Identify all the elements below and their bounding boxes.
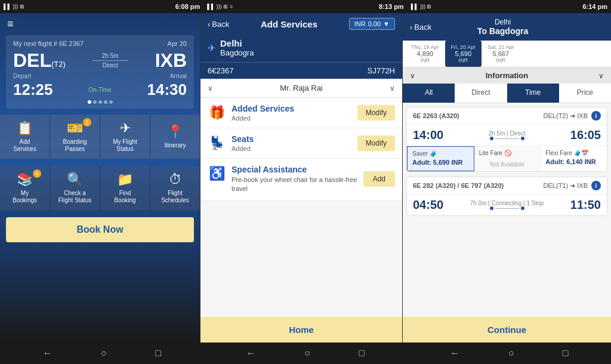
status-bar-2: ▌▌ ))) ⊞ ⌗ 8:13 pm bbox=[203, 0, 407, 13]
fare-lite-type: Lite Fare 🚫 bbox=[479, 150, 536, 156]
screen-flight-results: ‹ Back Delhi To Bagdogra Thu, 19 Apr 4,8… bbox=[403, 13, 611, 343]
my-bookings-btn[interactable]: 6 📚 MyBookings bbox=[0, 166, 50, 210]
filter-tab-direct[interactable]: Direct bbox=[455, 84, 507, 103]
navigation-bar: ← ○ □ ← ○ □ ← ○ □ bbox=[0, 343, 611, 364]
date-item-0[interactable]: Thu, 19 Apr 4,890 INR bbox=[405, 41, 445, 67]
back-button-2[interactable]: ‹ Back bbox=[208, 20, 229, 29]
screen2-header: ‹ Back Add Services INR 0.00 ▼ bbox=[200, 13, 402, 35]
fare-saver[interactable]: Saver 🧳 Adult: 5,690 INR bbox=[407, 146, 474, 171]
check-flight-icon: 🔍 bbox=[67, 172, 83, 187]
continue-button[interactable]: Continue bbox=[403, 317, 611, 343]
nav-home-3[interactable]: ○ bbox=[502, 346, 520, 361]
home-button[interactable]: Home bbox=[200, 317, 402, 343]
screen1-header: ≡ bbox=[0, 13, 200, 33]
itinerary-label: Itinerary bbox=[164, 142, 186, 149]
info-icon-1[interactable]: i bbox=[591, 111, 601, 121]
inr-value: 0.00 bbox=[368, 20, 381, 27]
added-services-info: Added Services Added bbox=[232, 104, 351, 122]
find-booking-btn[interactable]: 📁 FindBooking bbox=[100, 166, 150, 210]
origin-code: DEL(T2) bbox=[13, 50, 66, 72]
action-grid: 📋 AddServices 1 🎫 BoardingPasses ✈ My Fl… bbox=[0, 115, 200, 159]
hamburger-menu[interactable]: ≡ bbox=[7, 18, 14, 30]
fare-flexi-price: Adult: 6,140 INR bbox=[545, 158, 602, 165]
flight-1-line bbox=[490, 137, 524, 140]
info-label: Information bbox=[486, 71, 529, 80]
added-services-status: Added bbox=[232, 115, 351, 122]
flight-status-btn[interactable]: ✈ My FlightStatus bbox=[100, 115, 150, 159]
nav-recent-3[interactable]: □ bbox=[557, 346, 575, 361]
bookings-badge: 6 bbox=[33, 169, 41, 178]
passenger-name: Mr. Raja Rai bbox=[280, 84, 323, 92]
filter-tab-price[interactable]: Price bbox=[559, 84, 611, 103]
book-now-button[interactable]: Book Now bbox=[6, 217, 194, 242]
find-booking-icon: 📁 bbox=[117, 172, 133, 187]
add-special-assistance-btn[interactable]: Add bbox=[363, 171, 395, 187]
special-assistance-name: Special Assistance bbox=[232, 165, 357, 174]
info-chevron-right[interactable]: ∨ bbox=[598, 72, 604, 80]
flight-2-line bbox=[490, 206, 524, 210]
nav-home-2[interactable]: ○ bbox=[298, 346, 316, 361]
depart-arrive: Depart Arrival bbox=[13, 73, 187, 79]
flight-status-label: My FlightStatus bbox=[113, 138, 137, 153]
fare-saver-price: Adult: 5,690 INR bbox=[412, 159, 469, 166]
status-bar-3: ▌▌ ))) ⊞ 6:14 pm bbox=[408, 0, 611, 13]
flight-card-header: My next flight # 6E 2367 Apr 20 bbox=[13, 40, 187, 47]
my-bookings-icon: 📚 bbox=[17, 172, 33, 187]
inr-label: INR bbox=[354, 20, 366, 27]
nav-recent-2[interactable]: □ bbox=[353, 346, 371, 361]
filter-tab-all[interactable]: All bbox=[403, 84, 455, 103]
nav-back-2[interactable]: ← bbox=[240, 346, 262, 361]
service-item-special-assistance: ♿ Special Assistance Pre-book your wheel… bbox=[200, 159, 402, 200]
modify-added-services-btn[interactable]: Modify bbox=[357, 105, 395, 121]
flight-number: 6€2367 bbox=[208, 66, 233, 75]
nav-recent-1[interactable]: □ bbox=[149, 346, 167, 361]
dropdown-icon: ▼ bbox=[383, 20, 390, 27]
dest-code: IXB bbox=[155, 50, 187, 72]
info-chevron-left[interactable]: ∨ bbox=[410, 72, 415, 80]
route-origin: Delhi bbox=[220, 38, 254, 48]
status-icons-3: ▌▌ ))) ⊞ bbox=[411, 4, 432, 10]
my-bookings-label: MyBookings bbox=[13, 190, 37, 204]
passenger-bar: ∨ Mr. Raja Rai ∨ bbox=[200, 79, 402, 98]
flight-schedules-btn[interactable]: ⏱ FlightSchedules bbox=[150, 166, 200, 210]
date-item-2[interactable]: Sat, 21 Apr 5,667 INR bbox=[482, 41, 520, 67]
page-dots bbox=[13, 100, 187, 104]
flight-1-id: 6E 2263 (A320) bbox=[413, 112, 459, 119]
screen3-header: ‹ Back Delhi To Bagdogra bbox=[403, 13, 611, 41]
inr-box[interactable]: INR 0.00 ▼ bbox=[349, 18, 395, 30]
check-flight-btn[interactable]: 🔍 Check aFlight Status bbox=[50, 166, 100, 210]
flight-2-times: 04:50 7h 0m | Connecting | 1 Stop 11:50 bbox=[407, 195, 607, 215]
nav-back-3[interactable]: ← bbox=[444, 346, 465, 361]
fare-flexi[interactable]: Flexi Fare 🧳📅 Adult: 6,140 INR bbox=[541, 146, 607, 171]
add-services-icon: 📋 bbox=[17, 121, 33, 136]
passenger-chevron-left[interactable]: ∨ bbox=[208, 84, 213, 92]
flight-1-times: 14:00 2h 5m | Direct 16:05 bbox=[407, 125, 607, 146]
flight-route-bar: ✈ Delhi Bagdogra bbox=[200, 35, 402, 62]
fare-flexi-type: Flexi Fare 🧳📅 bbox=[545, 150, 602, 156]
modify-seats-btn[interactable]: Modify bbox=[357, 135, 395, 151]
passenger-chevron-right[interactable]: ∨ bbox=[390, 84, 395, 92]
nav-back-1[interactable]: ← bbox=[36, 346, 58, 361]
flight-1-dep: 14:00 bbox=[413, 128, 443, 142]
back-button-3[interactable]: ‹ Back bbox=[410, 23, 431, 32]
flight-1-arr: 16:05 bbox=[570, 128, 601, 142]
flight-times: 12:25 On-Time 14:30 bbox=[13, 81, 187, 99]
date-item-1[interactable]: Fri, 20 Apr 5,690 INR bbox=[445, 41, 482, 67]
screen3-title-line1: Delhi bbox=[436, 18, 569, 26]
flight-2-route: DEL(T1) ➜ IXB bbox=[544, 182, 588, 190]
boarding-passes-btn[interactable]: 1 🎫 BoardingPasses bbox=[50, 115, 100, 159]
flight-2-duration: 7h 0m | Connecting | 1 Stop bbox=[470, 200, 544, 206]
arrival-time: 14:30 bbox=[147, 81, 187, 99]
itinerary-btn[interactable]: 📍 Itinerary bbox=[150, 115, 200, 159]
time-1: 6:08 pm bbox=[175, 3, 200, 10]
flight-2-arr: 11:50 bbox=[570, 198, 601, 212]
services-list: 🎁 Added Services Added Modify 💺 Seats Ad… bbox=[200, 98, 402, 317]
info-icon-2[interactable]: i bbox=[591, 181, 601, 190]
add-services-btn[interactable]: 📋 AddServices bbox=[0, 115, 50, 159]
filter-tab-time[interactable]: Time bbox=[507, 84, 559, 103]
flight-1-duration: 2h 5m | Direct bbox=[488, 130, 525, 137]
fare-saver-type: Saver 🧳 bbox=[412, 150, 469, 157]
status-bar-1: ▌▌ ))) ⊞ 6:08 pm bbox=[0, 0, 203, 13]
add-services-label: AddServices bbox=[13, 138, 36, 153]
nav-home-1[interactable]: ○ bbox=[95, 346, 113, 361]
